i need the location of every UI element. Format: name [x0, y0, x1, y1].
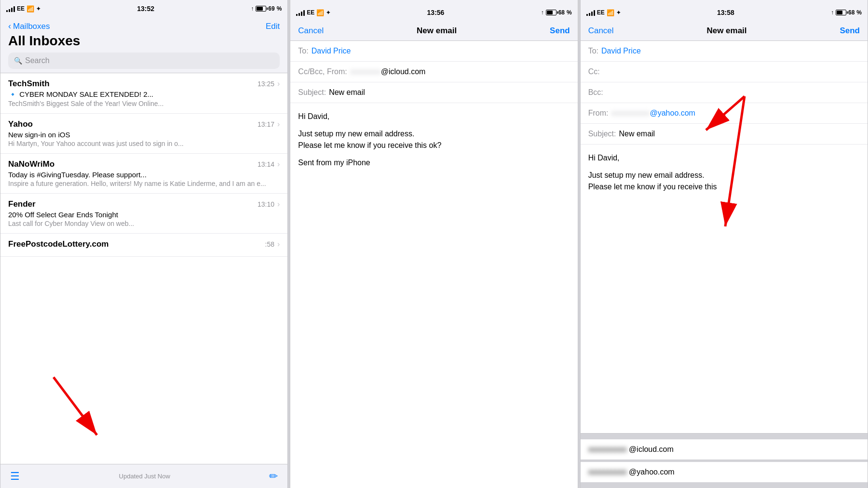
- email-preview-2: Inspire a future generation. Hello, writ…: [8, 180, 280, 187]
- arrow-icon-2: ↑: [541, 9, 544, 16]
- email-sender-3: Fender: [8, 199, 36, 209]
- battery-fill-1: [257, 7, 262, 11]
- email-item-1[interactable]: Yahoo 13:17 › New sign-in on iOS Hi Mart…: [0, 114, 287, 154]
- chevron-right-icon-4: ›: [277, 240, 280, 249]
- email-sender-2: NaNoWriMo: [8, 159, 54, 169]
- battery-body-3: [836, 10, 846, 15]
- back-label-1: Mailboxes: [13, 22, 50, 31]
- signal-bars-3: [586, 9, 595, 16]
- account-option-yahoo[interactable]: xxxxxxxxxx @yahoo.com: [581, 462, 868, 482]
- signal-bars-1: [6, 5, 15, 12]
- battery-percent-1: 69: [268, 5, 274, 12]
- from-label-3: From:: [588, 109, 609, 118]
- email-time-chevron-4: :58 ›: [265, 240, 280, 249]
- body-greeting-2: Hi David,: [298, 111, 570, 122]
- email-item-header-1: Yahoo 13:17 ›: [8, 119, 280, 129]
- compose-body-2: To: David Price Cc/Bcc, From: xxxxxxxx @…: [290, 41, 577, 488]
- email-subject-1: New sign-in on iOS: [8, 131, 280, 139]
- to-field-3[interactable]: To: David Price: [581, 41, 868, 62]
- email-item-header-3: Fender 13:10 ›: [8, 199, 280, 209]
- phone-3: EE 📶 ✦ 13:58 ↑ 68% Cancel New email Send: [580, 0, 868, 488]
- cancel-button-2[interactable]: Cancel: [298, 26, 324, 36]
- network-label-1: EE: [17, 5, 25, 12]
- compose-icon-1[interactable]: ✏: [269, 470, 278, 483]
- from-field-3[interactable]: From: xxxxxxxxxx @yahoo.com: [581, 103, 868, 124]
- bottom-bar-1: ☰ Updated Just Now ✏: [0, 464, 287, 488]
- status-right-2: ↑ 68%: [541, 9, 572, 16]
- email-subject-3: 20% Off Select Gear Ends Tonight: [8, 211, 280, 219]
- back-button-1[interactable]: ‹ Mailboxes: [8, 21, 50, 31]
- subject-value-3: New email: [619, 130, 655, 138]
- email-subject-2: Today is #GivingTuesday. Please support.…: [8, 171, 280, 179]
- body-content-2: Just setup my new email address.Please l…: [298, 128, 570, 151]
- wifi-icon-3: 📶: [607, 9, 614, 16]
- network-label-3: EE: [597, 9, 605, 16]
- status-left-3: EE 📶 ✦: [586, 9, 621, 16]
- email-body-2[interactable]: Hi David, Just setup my new email addres…: [290, 103, 577, 488]
- subject-field-2[interactable]: Subject: New email: [290, 82, 577, 103]
- to-label-3: To:: [588, 47, 598, 55]
- email-time-chevron-2: 13:14 ›: [258, 160, 280, 169]
- battery-1: [256, 6, 266, 12]
- ccbccfrom-label-2: Cc/Bcc, From:: [298, 67, 347, 76]
- send-button-3[interactable]: Send: [840, 26, 860, 36]
- location-icon-2: ✦: [326, 10, 330, 16]
- mailbox-icon-1[interactable]: ☰: [10, 470, 20, 483]
- email-preview-1: Hi Martyn, Your Yahoo account was just u…: [8, 140, 280, 147]
- status-left-2: EE 📶 ✦: [296, 9, 330, 16]
- subject-value-2: New email: [329, 88, 365, 97]
- email-item-2[interactable]: NaNoWriMo 13:14 › Today is #GivingTuesda…: [0, 154, 287, 194]
- network-label-2: EE: [307, 9, 314, 16]
- chevron-right-icon-0: ›: [277, 79, 280, 88]
- location-icon-1: ✦: [36, 6, 41, 12]
- email-time-chevron-3: 13:10 ›: [258, 200, 280, 209]
- cancel-button-3[interactable]: Cancel: [588, 26, 614, 36]
- account-yahoo-blurred: xxxxxxxxxx: [588, 468, 627, 476]
- location-icon-3: ✦: [616, 10, 621, 16]
- email-sender-1: Yahoo: [8, 119, 33, 129]
- from-email-blurred-2: xxxxxxxx: [350, 67, 381, 76]
- send-button-2[interactable]: Send: [550, 26, 570, 36]
- ccbccfrom-field-2[interactable]: Cc/Bcc, From: xxxxxxxx @icloud.com: [290, 62, 577, 82]
- email-sender-4: FreePostcodeLottery.com: [8, 239, 108, 249]
- phone-2: EE 📶 ✦ 13:56 ↑ 68% Cancel New email Send: [290, 0, 578, 488]
- bcc-field-3[interactable]: Bcc:: [581, 82, 868, 103]
- email-item-3[interactable]: Fender 13:10 › 20% Off Select Gear Ends …: [0, 194, 287, 234]
- search-bar-1[interactable]: 🔍 Search: [8, 53, 280, 69]
- compose-body-3: To: David Price Cc: Bcc: From: xxxxxxxxx…: [581, 41, 868, 488]
- cc-label-3: Cc:: [588, 67, 600, 76]
- battery-percent-3: 68: [848, 9, 854, 16]
- bcc-label-3: Bcc:: [588, 88, 603, 97]
- from-email-domain-3: @yahoo.com: [650, 109, 695, 118]
- account-picker-3[interactable]: xxxxxxxxxx @icloud.com xxxxxxxxxx @yahoo…: [581, 433, 868, 488]
- to-label-2: To:: [298, 47, 308, 55]
- account-option-icloud[interactable]: xxxxxxxxxx @icloud.com: [581, 439, 868, 460]
- compose-handle-2: [290, 0, 577, 4]
- to-field-2[interactable]: To: David Price: [290, 41, 577, 62]
- battery-2: [546, 10, 556, 15]
- compose-nav-3: Cancel New email Send: [581, 21, 868, 41]
- body-greeting-3: Hi David,: [588, 152, 860, 164]
- battery-3: [836, 10, 846, 15]
- email-item-0[interactable]: TechSmith 13:25 › 🔹 CYBER MONDAY SALE EX…: [0, 73, 287, 114]
- account-icloud-blurred: xxxxxxxxxx: [588, 445, 627, 453]
- email-item-header-4: FreePostcodeLottery.com :58 ›: [8, 239, 280, 249]
- chevron-right-icon-2: ›: [277, 160, 280, 169]
- subject-label-2: Subject:: [298, 88, 326, 97]
- email-subject-0: 🔹 CYBER MONDAY SALE EXTENDED! 2...: [8, 90, 280, 99]
- email-item-4[interactable]: FreePostcodeLottery.com :58 ›: [0, 234, 287, 257]
- email-time-3: 13:10: [258, 200, 274, 208]
- chevron-right-icon-1: ›: [277, 120, 280, 129]
- compose-title-2: New email: [417, 26, 457, 36]
- cc-field-3[interactable]: Cc:: [581, 62, 868, 82]
- wifi-icon-1: 📶: [27, 5, 34, 13]
- account-yahoo-domain: @yahoo.com: [629, 468, 675, 476]
- arrow-icon-1: ↑: [251, 5, 254, 12]
- status-left-1: EE 📶 ✦: [6, 5, 41, 13]
- time-1: 13:52: [41, 5, 251, 13]
- subject-field-3[interactable]: Subject: New email: [581, 124, 868, 145]
- time-2: 13:56: [330, 9, 541, 16]
- from-email-domain-2: @icloud.com: [381, 67, 426, 76]
- edit-button-1[interactable]: Edit: [266, 22, 280, 31]
- email-preview-0: TechSmith's Biggest Sale of the Year! Vi…: [8, 100, 280, 107]
